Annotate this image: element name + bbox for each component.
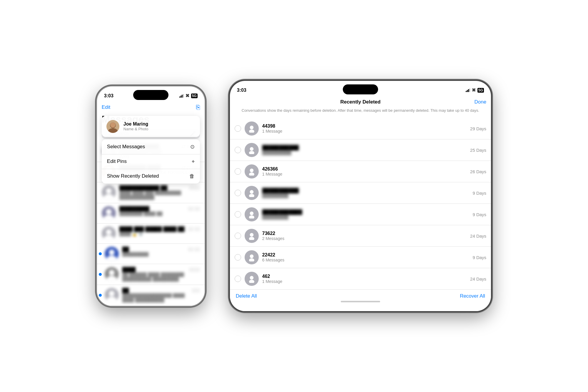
select-circle-2[interactable] <box>235 147 241 153</box>
rd-avatar-8 <box>245 272 259 286</box>
home-indicator <box>341 301 380 302</box>
select-circle[interactable] <box>235 125 241 132</box>
rd-name-8: 462 <box>262 274 467 279</box>
message-item-6[interactable]: ██ ░░ ░░ █████████ <box>97 244 205 264</box>
user-info: Joe Maring Name & Photo <box>123 121 148 131</box>
avatar-4 <box>102 206 116 220</box>
footer-actions: Delete All Recover All <box>236 293 485 299</box>
rd-item-blurred-3[interactable]: ████████████ █████████ 9 Days <box>230 204 491 225</box>
edit-button[interactable]: Edit <box>102 104 110 110</box>
svg-point-24 <box>249 173 254 176</box>
left-phone: 3:03 ⌘ 5G Edit ⎘ Messages 🔍 Search 🎤 <box>96 86 206 307</box>
5g-icon-right: 5G <box>477 88 484 93</box>
rd-item-blurred-1[interactable]: ███████████ ██████████ 25 Days <box>230 139 491 161</box>
message-item-5[interactable]: ████ ███ █████ ████ ██ ░░ ░░ ████ 🔒 💀 <box>97 223 205 244</box>
avatar-7 <box>105 267 119 281</box>
svg-point-18 <box>110 122 116 128</box>
show-recently-deleted-item[interactable]: Show Recently Deleted 🗑 <box>102 169 200 184</box>
5g-icon: 5G <box>191 94 198 98</box>
rd-content-8: 462 1 Message <box>262 274 467 284</box>
rd-item-426366[interactable]: 426366 1 Message 26 Days <box>230 161 491 182</box>
signal-icon-right <box>466 89 470 92</box>
rd-content-3: 426366 1 Message <box>262 166 467 176</box>
recently-deleted-label: Show Recently Deleted <box>107 173 159 179</box>
svg-point-5 <box>104 194 114 199</box>
select-circle-5[interactable] <box>235 211 241 218</box>
svg-point-19 <box>250 126 253 129</box>
rd-days: 29 Days <box>470 126 486 131</box>
message-item-8[interactable]: ██ ░░░ █████████████████ ████ ████ █████… <box>97 285 205 306</box>
recently-deleted-header: Recently Deleted Done <box>230 97 491 108</box>
user-name: Joe Maring <box>123 121 148 127</box>
user-profile-card[interactable]: Joe Maring Name & Photo <box>102 116 200 137</box>
select-circle-3[interactable] <box>235 168 241 175</box>
message-content-3: ████████████ ██ ░░░░ ████ ████ ███ █████… <box>119 185 200 200</box>
compose-icon[interactable]: ⎘ <box>196 104 200 111</box>
rd-count-6: 2 Messages <box>262 236 467 241</box>
svg-point-33 <box>250 276 253 280</box>
rd-content-7: 22422 6 Messages <box>262 252 469 262</box>
svg-point-13 <box>107 276 117 281</box>
rd-count: 1 Message <box>262 129 467 134</box>
edit-pins-label: Edit Pins <box>107 159 127 164</box>
avatar-8 <box>105 288 119 302</box>
rd-days-7: 9 Days <box>472 255 486 260</box>
left-screen: 3:03 ⌘ 5G Edit ⎘ Messages 🔍 Search 🎤 <box>97 86 205 306</box>
message-content-4: █████████ ░░ ░░ ████████ ████ ██ <box>119 206 200 216</box>
done-button[interactable]: Done <box>474 99 486 105</box>
rd-content-6: 73622 2 Messages <box>262 231 467 241</box>
messages-header: Edit ⎘ <box>97 102 205 114</box>
rd-item-blurred-2[interactable]: ███████████ █████████ 9 Days <box>230 182 491 204</box>
rd-item-22422[interactable]: 22422 6 Messages 9 Days <box>230 247 491 268</box>
dynamic-island-right <box>343 84 378 94</box>
svg-point-21 <box>250 147 253 151</box>
wifi-icon-right: ⌘ <box>472 88 476 92</box>
rd-content: 44398 1 Message <box>262 124 467 134</box>
rd-name-3: 426366 <box>262 166 467 172</box>
recover-all-button[interactable]: Recover All <box>460 293 485 299</box>
select-circle-7[interactable] <box>235 254 241 261</box>
dynamic-island <box>133 90 168 100</box>
rd-content-2: ███████████ ██████████ <box>262 145 467 155</box>
rd-name-6: 73622 <box>262 231 467 236</box>
message-item-3[interactable]: ████████████ ██ ░░░░ ████ ████ ███ █████… <box>97 182 205 203</box>
checkmark-icon: ⊙ <box>190 144 195 150</box>
rd-days-3: 26 Days <box>470 169 486 174</box>
rd-avatar-7 <box>245 250 259 264</box>
pin-icon: ⌖ <box>192 159 195 165</box>
select-circle-4[interactable] <box>235 190 241 196</box>
rd-content-4: ███████████ █████████ <box>262 188 469 198</box>
rd-item-462[interactable]: 462 1 Message 24 Days <box>230 268 491 290</box>
user-subtitle: Name & Photo <box>123 127 148 131</box>
recently-deleted-footer: Delete All Recover All <box>230 289 491 311</box>
rd-item-73622[interactable]: 73622 2 Messages 24 Days <box>230 225 491 247</box>
svg-point-30 <box>249 237 254 240</box>
wifi-icon: ⌘ <box>186 94 189 98</box>
svg-point-4 <box>106 188 111 194</box>
rd-days-5: 9 Days <box>472 212 486 217</box>
edit-pins-item[interactable]: Edit Pins ⌖ <box>102 154 200 169</box>
select-circle-6[interactable] <box>235 233 241 239</box>
svg-point-11 <box>107 256 117 261</box>
rd-avatar-4 <box>245 186 259 200</box>
svg-point-9 <box>104 235 114 241</box>
svg-point-31 <box>250 254 253 258</box>
recently-deleted-title: Recently Deleted <box>340 99 380 105</box>
avatar-3 <box>102 185 116 199</box>
svg-point-27 <box>250 211 253 215</box>
dropdown-menu: Select Messages ⊙ Edit Pins ⌖ Show Recen… <box>102 139 200 184</box>
select-circle-8[interactable] <box>235 276 241 282</box>
rd-days-4: 9 Days <box>472 191 486 196</box>
status-icons-right: ⌘ 5G <box>466 88 484 93</box>
rd-item-44398[interactable]: 44398 1 Message 29 Days <box>230 118 491 139</box>
rd-avatar-5 <box>245 207 259 221</box>
message-item-7[interactable]: ████ ░░░░ ██ ██████ ████ ████████ ██████… <box>97 264 205 285</box>
svg-point-34 <box>249 280 254 283</box>
message-content-8: ██ ░░░ █████████████████ ████ ████ █████… <box>122 288 200 303</box>
delete-all-button[interactable]: Delete All <box>236 293 257 299</box>
signal-icon <box>179 94 184 98</box>
svg-point-25 <box>250 190 253 194</box>
right-phone: 3:03 ⌘ 5G Recently Deleted Done Conversa… <box>229 80 492 312</box>
message-item-4[interactable]: █████████ ░░ ░░ ████████ ████ ██ <box>97 203 205 223</box>
select-messages-item[interactable]: Select Messages ⊙ <box>102 139 200 154</box>
